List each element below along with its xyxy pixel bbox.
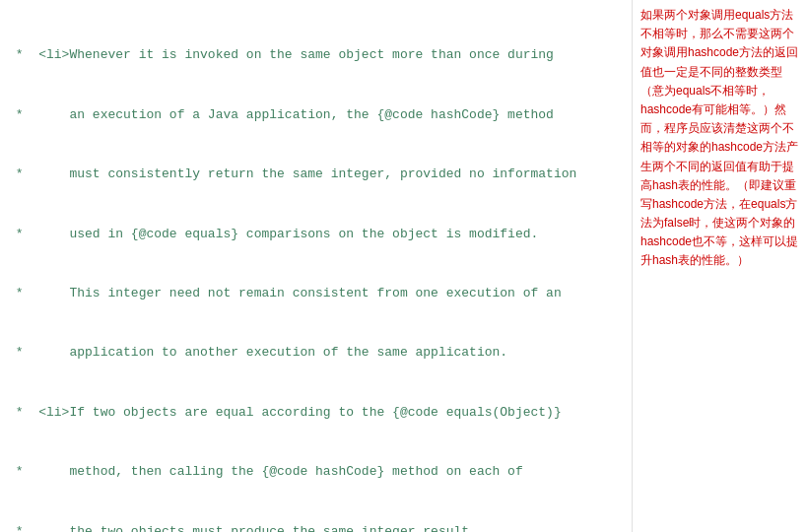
code-line-2: * an execution of a Java application, th…: [8, 105, 624, 125]
code-line-4: * used in {@code equals} comparisons on …: [8, 225, 624, 244]
sidebar-note: 如果两个对象调用equals方法不相等时，那么不需要这两个对象调用hashcod…: [632, 0, 807, 532]
code-line-9: * the two objects must produce the same …: [8, 522, 624, 532]
code-line-1: * <li>Whenever it is invoked on the same…: [8, 45, 624, 65]
code-line-5: * This integer need not remain consisten…: [8, 284, 624, 303]
code-line-7: * <li>If two objects are equal according…: [8, 403, 624, 423]
code-area: * <li>Whenever it is invoked on the same…: [0, 0, 632, 532]
sidebar-note-text: 如果两个对象调用equals方法不相等时，那么不需要这两个对象调用hashcod…: [640, 8, 798, 267]
code-line-3: * must consistently return the same inte…: [8, 165, 624, 184]
code-line-6: * application to another execution of th…: [8, 343, 624, 363]
code-line-8: * method, then calling the {@code hashCo…: [8, 462, 624, 482]
